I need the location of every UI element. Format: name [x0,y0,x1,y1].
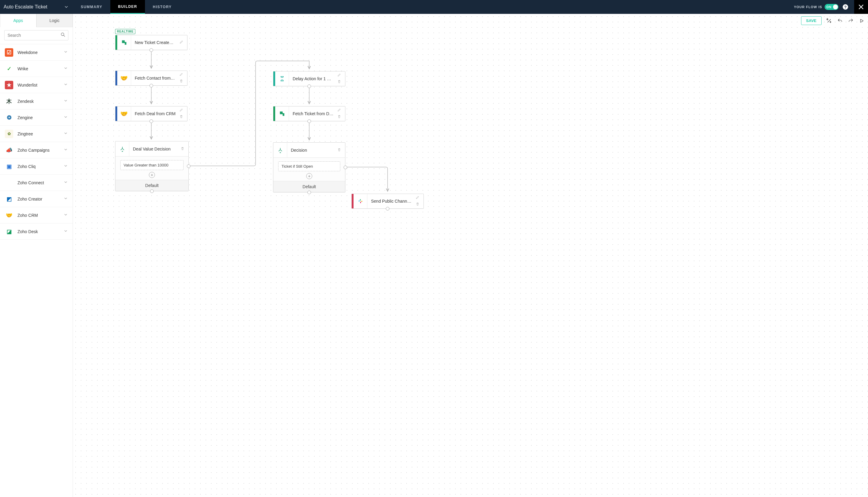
sidebar-search [0,27,73,44]
chevron-down-icon [63,66,68,71]
edit-icon[interactable] [416,195,422,201]
node-fetch-contact[interactable]: 🤝 Fetch Contact from CRM [115,71,188,86]
app-icon: ✿ [5,130,13,138]
flow-status-label: YOUR FLOW IS [794,5,822,9]
undo-icon[interactable] [837,17,843,24]
edit-icon[interactable] [337,108,343,113]
chevron-down-icon [64,4,69,9]
sidebar-tab-apps[interactable]: Apps [0,14,36,27]
search-input[interactable] [8,33,60,38]
decision-icon [115,141,129,156]
tab-summary[interactable]: SUMMARY [73,0,110,14]
app-name: Weekdone [17,50,38,55]
trash-icon[interactable] [179,114,185,120]
node-actions [179,40,187,45]
node-label: Deal Value Decision [129,146,180,152]
app-item[interactable]: 📣Zoho Campaigns [0,142,73,158]
node-label: Fetch Contact from CRM [131,76,179,81]
timer-icon [275,71,289,86]
port-bottom[interactable] [150,189,154,193]
save-button[interactable]: SAVE [801,16,822,25]
play-icon[interactable] [858,17,865,24]
canvas[interactable]: REALTIME New Ticket Created in ... 🤝 Fet… [73,14,868,497]
flow-title-dropdown[interactable]: Auto Escalate Ticket [0,0,73,14]
port-bottom[interactable] [307,119,311,123]
app-item[interactable]: ✿Zingtree [0,126,73,142]
port-condition[interactable] [187,165,190,168]
node-actions [337,108,345,120]
chevron-down-icon [63,99,68,104]
trash-icon[interactable] [337,147,343,153]
app-item[interactable]: ⚭Zoho Connect [0,175,73,191]
trash-icon[interactable] [337,79,343,85]
app-name: Zoho Campaigns [17,148,50,153]
node-fetch-deal[interactable]: 🤝 Fetch Deal from CRM [115,106,188,121]
slack-icon [354,194,367,208]
trash-icon[interactable] [416,202,422,207]
port-bottom[interactable] [149,84,153,87]
chevron-down-icon [63,180,68,185]
node-fetch-ticket[interactable]: Fetch Ticket from Desk [273,106,345,121]
flow-toggle[interactable]: ON [825,4,838,10]
edit-icon[interactable] [179,40,185,45]
add-condition-button[interactable]: + [306,173,312,179]
node-actions [180,146,188,152]
node-delay[interactable]: Delay Action for 1 Minute [273,71,345,86]
app-icon: ▣ [5,162,13,171]
edit-icon[interactable] [337,73,343,78]
node-actions [179,72,187,84]
app-list[interactable]: ☑Weekdone✓Wrike★Wunderlist⽊Zendesk❂Zengi… [0,44,73,497]
trash-icon[interactable] [180,146,187,152]
chevron-down-icon [63,213,68,218]
top-bar-right: YOUR FLOW IS ON ? [794,0,868,14]
tab-history[interactable]: HISTORY [145,0,180,14]
edit-icon[interactable] [179,72,185,77]
port-bottom[interactable] [149,48,153,52]
search-icon [60,32,66,39]
app-item[interactable]: ▣Zoho Cliq [0,158,73,175]
port-bottom[interactable] [386,207,389,211]
chevron-down-icon [63,196,68,201]
condition[interactable]: Value Greater than 10000 [120,160,183,170]
condition[interactable]: Ticket if Still Open [278,161,340,171]
app-icon: 📣 [5,146,13,154]
node-trigger[interactable]: REALTIME New Ticket Created in ... [115,35,188,50]
app-name: Zengine [17,115,33,120]
flow-toggle-label: ON [826,5,832,9]
trash-icon[interactable] [179,79,185,84]
app-item[interactable]: 🤝Zoho CRM [0,207,73,224]
trash-icon[interactable] [337,114,343,120]
edit-icon[interactable] [179,108,185,113]
help-button[interactable]: ? [843,4,848,10]
app-item[interactable]: ⽊Zendesk [0,93,73,110]
app-item[interactable]: ✓Wrike [0,61,73,77]
app-item[interactable]: ◪Zoho Desk [0,224,73,240]
port-condition[interactable] [343,166,347,169]
top-bar: Auto Escalate Ticket SUMMARY BUILDER HIS… [0,0,868,14]
sidebar-tab-logic[interactable]: Logic [36,14,73,27]
app-item[interactable]: ❂Zengine [0,110,73,126]
chevron-down-icon [63,131,68,136]
port-bottom[interactable] [307,190,311,194]
node-deal-decision[interactable]: Deal Value Decision Value Greater than 1… [115,141,189,191]
app-item[interactable]: ☑Weekdone [0,44,73,61]
chevron-down-icon [63,164,68,169]
add-condition-button[interactable]: + [149,172,155,178]
port-bottom[interactable] [307,84,311,88]
tab-builder[interactable]: BUILDER [110,0,145,14]
app-icon: ◪ [5,227,13,236]
app-item[interactable]: ◩Zoho Creator [0,191,73,207]
port-bottom[interactable] [149,119,153,123]
search-box[interactable] [4,30,69,40]
svg-rect-7 [360,199,361,201]
flow-status: YOUR FLOW IS ON [794,4,838,10]
node-decision[interactable]: Decision Ticket if Still Open + Default [273,142,345,193]
app-item[interactable]: ★Wunderlist [0,77,73,93]
redo-icon[interactable] [848,17,854,24]
flow-title-text: Auto Escalate Ticket [4,4,47,10]
node-label: Fetch Deal from CRM [131,111,179,116]
node-slack[interactable]: Send Public Channel M... [351,194,424,209]
decision-icon [273,143,287,157]
close-button[interactable] [854,0,868,14]
magic-wand-icon[interactable] [826,17,833,24]
